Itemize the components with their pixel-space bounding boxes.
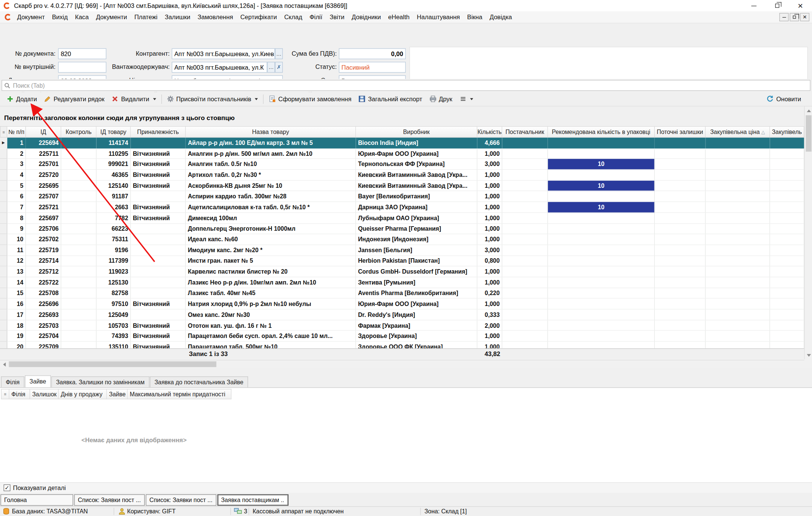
menu-item-4[interactable]: Документи — [92, 12, 131, 23]
table-row[interactable]: 112257199196Имодиум капс. 2мг №20 *Janss… — [0, 245, 804, 256]
form-order-button[interactable]: Сформувати замовлення — [265, 93, 355, 105]
cell-qty: 1,000 — [477, 266, 502, 277]
refresh-button[interactable]: Оновити — [763, 93, 805, 105]
table-row[interactable]: 422572046365ВітчизнянийАртихол табл. 0,2… — [0, 170, 804, 181]
menu-item-15[interactable]: Вікна — [463, 12, 486, 23]
cell-rec — [548, 245, 655, 256]
table-row[interactable]: 12225714117399Инсти гран. пакет № 5Herbi… — [0, 256, 804, 267]
table-row[interactable]: 72257212663ВітчизнянийАцетилсалициловая … — [0, 202, 804, 213]
menu-item-2[interactable]: Вихід — [49, 12, 71, 23]
assign-suppliers-button[interactable]: Присвоїти постачальників — [163, 93, 261, 105]
menu-item-11[interactable]: Звіти — [326, 12, 348, 23]
column-header-name[interactable]: Назва товару — [186, 126, 356, 137]
vertical-scrollbar[interactable] — [804, 107, 812, 359]
horizontal-scrollbar[interactable] — [0, 360, 812, 368]
contragent-input[interactable]: Апт №003 пгт.Барышевка, ул.Киев — [172, 48, 275, 59]
panel-splitter[interactable] — [0, 368, 812, 375]
column-header-stock[interactable]: Поточні залишки — [655, 126, 706, 137]
detail-tab-1[interactable]: Філія — [1, 376, 24, 387]
menu-item-8[interactable]: Сертифікати — [237, 12, 281, 23]
delete-dropdown-icon[interactable] — [153, 98, 156, 100]
cell-price — [706, 256, 770, 267]
column-header-price2[interactable]: Закупівель — [770, 126, 804, 137]
table-row[interactable]: 5225695125140ВітчизнянийАскорбинка-КВ ды… — [0, 181, 804, 192]
menu-item-13[interactable]: eHealth — [384, 12, 413, 23]
show-details-checkbox[interactable]: ✓ — [4, 484, 11, 491]
child-close-button[interactable]: ✕ — [800, 13, 809, 21]
window-tab-3[interactable]: Список: Заявки пост ... — [146, 494, 217, 505]
child-minimize-button[interactable] — [779, 13, 789, 21]
table-row[interactable]: 17225693125049Омез капс. 20мг №30Dr. Red… — [0, 309, 804, 320]
horizontal-scroll-thumb[interactable] — [9, 361, 216, 367]
table-row[interactable]: 3225701999021ВітчизнянийАналгин табл. 0.… — [0, 159, 804, 170]
scroll-down-button[interactable] — [805, 351, 812, 359]
menu-item-9[interactable]: Склад — [281, 12, 306, 23]
search-input[interactable]: Поиск (Tab) — [2, 80, 810, 91]
layout-dropdown-icon[interactable] — [470, 98, 473, 100]
consignee-browse-button[interactable]: … — [267, 62, 275, 73]
menu-item-14[interactable]: Налаштування — [413, 12, 464, 23]
window-tab-4[interactable]: Заявка поставщикам .. — [217, 494, 288, 505]
column-header-supplier[interactable]: Постачальник — [502, 126, 548, 137]
table-row[interactable]: ▶1225694114174Айлар р-р д/ин. 100 ЕД/мл … — [0, 138, 804, 149]
menu-item-1[interactable]: Документ — [14, 12, 49, 23]
table-row[interactable]: 14225722125130Лазикс Нео р-р д/ин. 10мг/… — [0, 277, 804, 288]
detail-tab-3[interactable]: Заявка. Залишки по замінникам — [52, 376, 149, 387]
consignee-input[interactable]: Апт №003 пгт.Барышевка, ул.К — [172, 62, 267, 73]
window-tab-2[interactable]: Список: Заявки пост ... — [74, 494, 145, 505]
delete-button[interactable]: Видалити — [108, 93, 159, 105]
menu-item-10[interactable]: Філії — [306, 12, 326, 23]
table-row[interactable]: 1022570275311Идеал капс. №60Индонезия [И… — [0, 234, 804, 245]
column-header-npp[interactable]: № п/п — [7, 126, 26, 137]
column-header-rec[interactable]: Рекомендована кількість в упаковці — [548, 126, 655, 137]
minimize-button[interactable] — [742, 0, 765, 11]
table-row[interactable]: 2225711110295ВітчизнянийАналгин р-р д/ин… — [0, 148, 804, 159]
grid-layout-menu-button[interactable] — [456, 93, 477, 104]
edit-row-button[interactable]: Редагувати рядок — [41, 93, 108, 105]
table-row[interactable]: 1922570474393ВітчизнянийПарацетамол беби… — [0, 331, 804, 342]
detail-tab-2[interactable]: Зайве — [25, 375, 51, 387]
table-row[interactable]: 1522570882758Лазикс табл. 40мг №45Aventi… — [0, 288, 804, 299]
column-header-origin[interactable]: Приналежність — [131, 126, 186, 137]
group-by-panel[interactable]: Перетягніть заголовок колонки сюди для у… — [0, 107, 804, 126]
assign-dropdown-icon[interactable] — [255, 98, 258, 100]
table-row[interactable]: 1622569697510ВітчизнянийНатрия хлорид 0,… — [0, 299, 804, 310]
detail-column-5[interactable]: Максимальний термін придатності — [127, 389, 231, 399]
detail-column-1[interactable]: Філія — [9, 389, 30, 399]
menu-item-6[interactable]: Залишки — [161, 12, 194, 23]
scroll-left-button[interactable] — [0, 360, 8, 368]
column-header-id[interactable]: ІД — [26, 126, 61, 137]
column-header-maker[interactable]: Виробник — [356, 126, 477, 137]
column-header-price[interactable]: Закупівельна ціна△ — [706, 126, 770, 137]
detail-column-3[interactable]: Днів у продажу — [59, 389, 107, 399]
menu-item-5[interactable]: Платежі — [131, 12, 161, 23]
menu-item-12[interactable]: Довідники — [348, 12, 384, 23]
table-row[interactable]: 922570666223Доппельгерц Энерготоник-Н 10… — [0, 224, 804, 234]
vertical-scroll-thumb[interactable] — [806, 115, 811, 152]
restore-button[interactable] — [765, 0, 789, 11]
table-row[interactable]: 13225712119023Карвелис пастилки блистер … — [0, 266, 804, 277]
table-row[interactable]: 20225709135110ВітчизнянийПарацетамол таб… — [0, 342, 804, 349]
export-button[interactable]: Загальний експорт — [355, 93, 426, 105]
close-button[interactable]: ✕ — [789, 0, 812, 11]
column-header-control[interactable]: Контроль — [61, 126, 97, 137]
column-header-tid[interactable]: ІД товару — [97, 126, 131, 137]
menu-item-3[interactable]: Каса — [71, 12, 93, 23]
column-header-qty[interactable]: Кількість — [477, 126, 502, 137]
table-row[interactable]: 622570791187Аспирин кардио табл. 300мг №… — [0, 191, 804, 202]
menu-item-16[interactable]: Довідка — [486, 12, 516, 23]
table-row[interactable]: 18225703105703ВітчизнянийОтотон кап. уш.… — [0, 320, 804, 331]
add-button[interactable]: Додати — [3, 93, 41, 105]
menu-item-7[interactable]: Замовлення — [194, 12, 237, 23]
detail-column-2[interactable]: Залишок — [30, 389, 59, 399]
window-tab-1[interactable]: Головна — [0, 494, 73, 505]
detail-tab-4[interactable]: Заявка до постачальника Зайве — [150, 376, 248, 387]
child-restore-button[interactable] — [790, 13, 799, 21]
detail-column-4[interactable]: Зайве — [107, 389, 127, 399]
cell-qty: 1,000 — [477, 170, 502, 181]
table-row[interactable]: 82256977782ВітчизнянийДимексид 100млЛубн… — [0, 213, 804, 224]
cell-name: Аскорбинка-КВ дыня 25мг № 10 — [186, 181, 356, 192]
print-button[interactable]: Друк — [426, 93, 456, 105]
scroll-up-button[interactable] — [805, 107, 812, 115]
status-separator — [420, 508, 420, 515]
